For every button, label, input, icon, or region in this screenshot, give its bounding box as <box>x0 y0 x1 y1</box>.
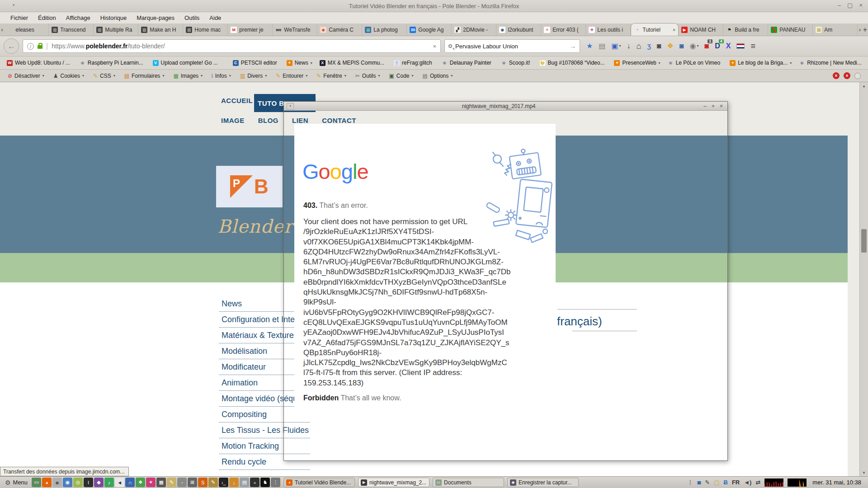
dictionary-flag-icon[interactable] <box>736 43 745 49</box>
taskbar-app-icon[interactable]: ▤ <box>240 478 249 487</box>
browser-tab[interactable]: ✶ Error 403 ( <box>541 23 586 36</box>
browser-tab[interactable]: ▚ PANNEAU <box>768 23 813 36</box>
scroll-down-icon[interactable]: ▾ <box>860 469 868 476</box>
bookmark-item[interactable]: ✦ News ▾ <box>283 60 316 66</box>
menu-item[interactable]: Marque-pages <box>132 14 179 21</box>
stop-button[interactable]: × <box>433 43 436 50</box>
scroll-up-icon[interactable]: ▴ <box>860 82 868 89</box>
search-input[interactable] <box>455 43 566 50</box>
taskbar-window-button[interactable]: ▭ Documents <box>433 478 504 487</box>
browser-tab[interactable]: we WeTransfe <box>273 23 317 36</box>
devtoolbar-item[interactable]: ✎ Fenêtre ▾ <box>312 73 350 79</box>
menu-item[interactable]: Fichier <box>5 14 33 21</box>
bookmark-item[interactable]: ◉ Delaunay Painter <box>439 60 497 66</box>
popup-maximize-button[interactable]: + <box>712 103 715 109</box>
bookmark-item[interactable]: ✦ PresenceWeb ▾ <box>611 60 663 66</box>
close-button[interactable]: × <box>859 2 863 9</box>
tray-icon[interactable]: ⋮ <box>687 479 693 486</box>
taskbar-app-icon[interactable]: S <box>198 478 208 487</box>
taskbar-app-icon[interactable]: ✶ <box>146 478 156 487</box>
browser-tab[interactable]: ▥ Home mac <box>183 23 228 36</box>
network-graph[interactable] <box>788 479 807 487</box>
devtoolbar-item[interactable]: ✂ Outils ▾ <box>351 73 384 79</box>
browser-tab[interactable]: ▶ NOAM CH <box>679 23 723 36</box>
devtoolbar-item[interactable]: i Infos ▾ <box>208 73 235 79</box>
tab-scroll-right-icon[interactable]: › <box>858 23 862 36</box>
devtoolbar-item[interactable]: ✎ Entourer ▾ <box>272 73 311 79</box>
addon-d-icon[interactable]: D4 <box>715 42 720 50</box>
taskbar-app-icon[interactable]: ◎ <box>73 478 83 487</box>
tray-icon[interactable]: Ƀ <box>723 479 727 486</box>
menu-item[interactable]: Aide <box>204 14 226 21</box>
search-icon[interactable] <box>448 44 452 48</box>
clock[interactable]: mer. 31 mai, 10:38 <box>811 479 863 486</box>
popup-minimize-button[interactable]: – <box>703 103 707 109</box>
browser-tab[interactable]: ⚑ Build a fre <box>723 23 768 36</box>
save-page-icon[interactable]: ▣▾ <box>611 42 621 50</box>
url-text[interactable]: https://www.poleblender.fr/tuto-blender/ <box>52 42 165 50</box>
popup-caret-icon[interactable]: ▾ <box>287 103 294 109</box>
menu-item[interactable]: Affichage <box>61 14 95 21</box>
home-icon[interactable]: ⌂ <box>637 42 642 50</box>
devtoolbar-item[interactable]: ▤ Formulaires ▾ <box>120 73 169 79</box>
window-titlebar[interactable]: ▾ Tutoriel Vidéo Blender en français - P… <box>0 0 868 12</box>
search-go-icon[interactable]: → <box>570 42 576 50</box>
taskbar-app-icon[interactable]: ◆ <box>94 478 104 487</box>
addon-shield-icon[interactable]: ◙ <box>657 42 661 50</box>
bookmark-item[interactable]: ✦ Le blog de la Briga... ▾ <box>726 60 795 66</box>
taskbar-app-icon[interactable]: I <box>84 478 93 487</box>
url-bar[interactable]: i | https://www.poleblender.fr/tuto-blen… <box>23 39 441 53</box>
popup-titlebar[interactable]: ▾ nightwave_mixmag_2017.mp4 – + × <box>284 102 727 111</box>
bookmark-item[interactable]: ◉ Raspberry Pi Learnin... <box>76 60 149 66</box>
bookmark-item[interactable]: V Upload complete! Go ... <box>150 60 223 66</box>
bookmark-item[interactable]: lp Bug #1078068 “Video... <box>537 60 610 66</box>
dev-error-icon[interactable]: × <box>844 72 850 79</box>
chevron-down-icon[interactable]: ▾ <box>697 44 699 48</box>
taskbar-app-icon[interactable]: ⋮ <box>271 478 280 487</box>
addon-seahorse-icon[interactable]: ʒ <box>647 42 651 50</box>
minimize-button[interactable]: – <box>838 2 841 9</box>
devtoolbar-item[interactable]: ▣ Code ▾ <box>385 73 418 79</box>
taskbar-app-icon[interactable]: ∩ <box>125 478 135 487</box>
tray-icon[interactable]: ✎ <box>705 479 710 486</box>
bookmark-star-icon[interactable]: ★ <box>586 42 593 50</box>
devtoolbar-item[interactable]: ▦ Images ▾ <box>169 73 207 79</box>
browser-tab[interactable]: ▥ Make an H <box>138 23 183 36</box>
browser-tab[interactable]: ▦ La photog <box>362 23 407 36</box>
taskbar-window-button[interactable]: ▶ nightwave_mixmag_2... <box>358 478 429 487</box>
dev-error-icon[interactable]: × <box>833 72 840 79</box>
site-logo[interactable]: P B <box>216 166 283 207</box>
site-nav-item[interactable]: BLOG <box>258 117 278 124</box>
bookmark-item[interactable]: ▒ reFrag:glitch <box>391 60 438 66</box>
bookmark-item[interactable]: X MX & MEPIS Commu... <box>316 60 390 66</box>
taskbar-app-icon[interactable]: ◕ <box>42 478 52 487</box>
https-lock-icon[interactable] <box>38 45 42 49</box>
taskbar-app-icon[interactable]: ✎ <box>167 478 176 487</box>
tray-icon[interactable]: ◄) <box>744 479 751 486</box>
browser-tab[interactable]: 30 Google Ag <box>407 23 452 36</box>
site-nav-item[interactable]: IMAGE <box>221 117 245 124</box>
browser-tab[interactable]: ▤ Am <box>813 23 858 36</box>
bookmark-item[interactable]: ◉ Le PôLe on Vimeo <box>665 60 726 66</box>
taskbar-app-icon[interactable]: ☻ <box>52 478 62 487</box>
tab-scroll-left-icon[interactable]: ‹ <box>0 23 4 36</box>
devtoolbar-item[interactable]: ♟ Cookies ▾ <box>49 73 88 79</box>
bookmark-item[interactable]: C PETSCII editor <box>230 60 283 66</box>
clipboard-icon[interactable]: ▤ <box>599 42 605 50</box>
bookmark-item[interactable]: W Web Upd8: Ubuntu / ... <box>4 60 75 66</box>
active-tab[interactable]: ◔ Tutoriel × <box>631 23 679 36</box>
menu-item[interactable]: Édition <box>33 14 61 21</box>
tab-close-icon[interactable]: × <box>673 27 675 33</box>
taskbar-app-icon[interactable]: ♞ <box>260 478 270 487</box>
browser-tab[interactable]: ▥ Transcend <box>49 23 94 36</box>
menu-item[interactable]: Outils <box>179 14 204 21</box>
taskbar-app-icon[interactable]: ♪ <box>104 478 114 487</box>
browser-scrollbar[interactable]: ▴ ▾ <box>859 82 868 476</box>
maximize-button[interactable]: ▢ <box>847 2 853 9</box>
taskbar-app-icon[interactable]: ❖ <box>136 478 145 487</box>
page-info-icon[interactable]: i <box>27 43 34 50</box>
taskbar-app-icon[interactable]: ↓ <box>229 478 239 487</box>
taskbar-menu-button[interactable]: ⚙ Menu <box>2 479 30 486</box>
addon-ublock-icon[interactable]: ◙ <box>679 42 684 50</box>
addon-x-icon[interactable]: X <box>726 42 731 50</box>
